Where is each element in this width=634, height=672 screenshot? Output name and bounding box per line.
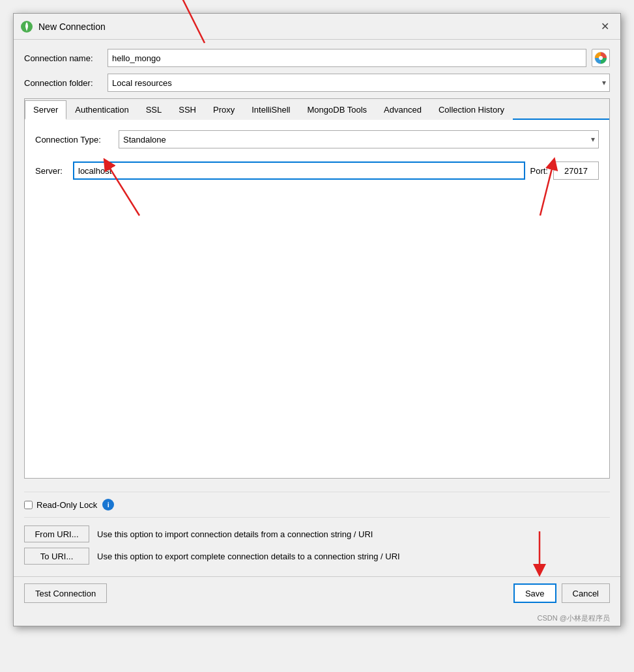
from-uri-button[interactable]: From URI... <box>24 525 89 542</box>
footer-right: Save Cancel <box>513 583 610 603</box>
connection-type-select[interactable]: Standalone <box>119 130 599 148</box>
bottom-section: Read-Only Lock i From URI... Use this op… <box>14 485 620 576</box>
tab-ssh[interactable]: SSH <box>170 100 205 120</box>
uri-section: From URI... Use this option to import co… <box>24 517 610 576</box>
tabs-container: Server Authentication SSL SSH Proxy Inte… <box>24 98 610 479</box>
connection-name-input[interactable] <box>108 49 586 67</box>
tab-server[interactable]: Server <box>25 100 66 120</box>
svg-point-2 <box>599 56 603 60</box>
connection-name-input-wrap <box>108 49 610 67</box>
footer-left: Test Connection <box>24 583 107 603</box>
tab-content-server: Connection Type: Standalone Server: Port… <box>25 120 609 478</box>
empty-content-area <box>35 180 599 421</box>
dialog-title: New Connection <box>38 21 106 32</box>
connection-name-row: Connection name: <box>24 49 610 67</box>
connection-folder-label: Connection folder: <box>24 78 102 88</box>
tab-advanced[interactable]: Advanced <box>375 100 430 120</box>
port-label: Port: <box>530 166 548 176</box>
close-button[interactable]: ✕ <box>596 18 614 36</box>
from-uri-description: Use this option to import connection det… <box>97 529 373 539</box>
title-bar-left: New Connection <box>20 20 106 33</box>
readonly-row: Read-Only Lock i <box>24 492 610 517</box>
save-area: Save <box>513 583 556 603</box>
app-icon <box>20 20 33 33</box>
to-uri-button[interactable]: To URI... <box>24 548 89 565</box>
to-uri-row: To URI... Use this option to export comp… <box>24 548 610 565</box>
to-uri-description: Use this option to export complete conne… <box>97 552 400 561</box>
watermark: CSDN @小林是程序员 <box>14 611 620 626</box>
info-badge[interactable]: i <box>102 499 114 511</box>
tab-intellishell[interactable]: IntelliShell <box>243 100 298 120</box>
port-input[interactable] <box>553 161 599 180</box>
arrow-annotation-2 <box>74 144 179 222</box>
server-label: Server: <box>35 166 68 176</box>
connection-type-select-wrap: Standalone <box>119 130 599 148</box>
readonly-checkbox-label[interactable]: Read-Only Lock <box>24 500 97 510</box>
save-button[interactable]: Save <box>513 583 556 603</box>
test-connection-button[interactable]: Test Connection <box>24 583 107 603</box>
connection-folder-select[interactable]: Local resources <box>108 74 610 92</box>
from-uri-row: From URI... Use this option to import co… <box>24 525 610 542</box>
connection-folder-row: Connection folder: Local resources <box>24 74 610 92</box>
connection-name-label: Connection name: <box>24 53 102 63</box>
tab-collection-history[interactable]: Collection History <box>430 100 513 120</box>
footer: Test Connection Save Cancel <box>14 576 620 611</box>
title-bar: New Connection ✕ <box>14 14 620 40</box>
new-connection-dialog: New Connection ✕ Connection name: <box>13 13 621 626</box>
tab-bar: Server Authentication SSL SSH Proxy Inte… <box>25 99 609 120</box>
tab-authentication[interactable]: Authentication <box>66 100 137 120</box>
arrow-annotation-3 <box>501 144 579 222</box>
server-row: Server: Port: <box>35 161 599 180</box>
color-picker-button[interactable] <box>592 49 610 67</box>
readonly-label: Read-Only Lock <box>36 500 97 510</box>
tab-proxy[interactable]: Proxy <box>205 100 243 120</box>
connection-folder-select-wrap: Local resources <box>108 74 610 92</box>
color-wheel-icon <box>594 51 607 64</box>
cancel-button[interactable]: Cancel <box>562 583 610 603</box>
server-input[interactable] <box>73 161 525 180</box>
tab-mongodb-tools[interactable]: MongoDB Tools <box>299 100 376 120</box>
tab-ssl[interactable]: SSL <box>137 100 171 120</box>
readonly-checkbox[interactable] <box>24 501 33 509</box>
dialog-body: Connection name: Connection <box>14 40 620 485</box>
connection-type-label: Connection Type: <box>35 135 113 145</box>
connection-type-row: Connection Type: Standalone <box>35 130 599 148</box>
